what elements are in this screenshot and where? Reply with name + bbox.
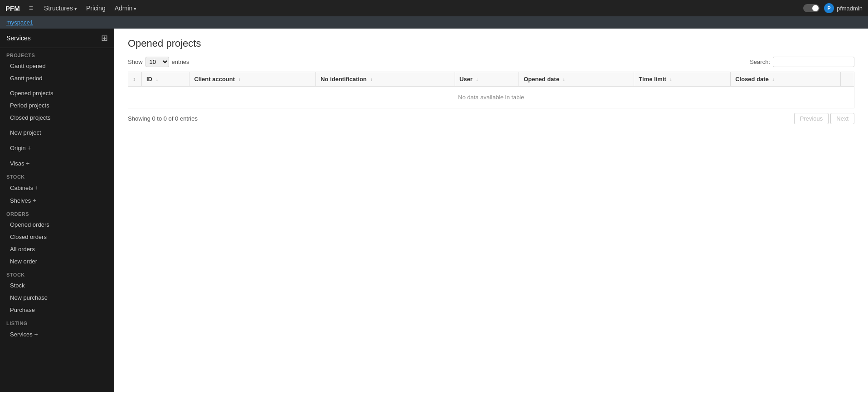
- entries-select[interactable]: 10 25 50 100: [145, 57, 169, 67]
- col-extra: [841, 72, 854, 87]
- sidebar-item-closed-projects[interactable]: Closed projects: [0, 112, 114, 124]
- app-brand: PFM: [5, 5, 20, 12]
- pagination: Previous Next: [794, 113, 854, 124]
- sidebar-section-stock-2: STOCK: [0, 268, 114, 279]
- sort-user-icon: ↕: [476, 77, 478, 82]
- entries-label: entries: [172, 58, 189, 65]
- breadcrumb-workspace[interactable]: myspace1: [6, 19, 33, 26]
- col-closed-date[interactable]: Closed date ↕: [731, 72, 841, 87]
- sidebar-item-closed-orders[interactable]: Closed orders: [0, 231, 114, 243]
- top-navbar: PFM ≡ Structures Pricing Admin P pfmadmi…: [0, 0, 868, 16]
- main-content: Opened projects Show 10 25 50 100 entrie…: [114, 29, 868, 392]
- next-button[interactable]: Next: [830, 113, 854, 124]
- sidebar-item-origin[interactable]: Origin +: [0, 141, 114, 154]
- search-label: Search:: [750, 58, 770, 65]
- sidebar-item-new-purchase[interactable]: New purchase: [0, 292, 114, 304]
- search-box: Search:: [750, 57, 854, 67]
- table-body: No data available in table: [128, 87, 854, 108]
- sidebar-item-services[interactable]: Services +: [0, 328, 114, 340]
- data-table: ↕ ID ↕ Client account ↕ No identificatio…: [128, 72, 854, 108]
- sidebar-item-all-orders[interactable]: All orders: [0, 243, 114, 255]
- sidebar-header-label: Services: [6, 34, 31, 42]
- sidebar-header-icon: ⊞: [101, 33, 108, 43]
- sort-noid-icon: ↕: [370, 77, 373, 82]
- sidebar-item-shelves[interactable]: Shelves +: [0, 194, 114, 207]
- nav-pricing[interactable]: Pricing: [82, 3, 109, 14]
- sidebar-item-opened-orders[interactable]: Opened orders: [0, 219, 114, 231]
- col-client-account[interactable]: Client account ↕: [189, 72, 316, 87]
- sort-closed-icon: ↕: [772, 77, 775, 82]
- col-collapse[interactable]: ↕: [128, 72, 142, 87]
- col-user[interactable]: User ↕: [455, 72, 519, 87]
- breadcrumb-bar: myspace1: [0, 16, 868, 29]
- show-label: Show: [128, 58, 143, 65]
- sort-timelimit-icon: ↕: [669, 77, 672, 82]
- previous-button[interactable]: Previous: [794, 113, 829, 124]
- sort-client-icon: ↕: [238, 77, 241, 82]
- col-opened-date[interactable]: Opened date ↕: [519, 72, 634, 87]
- sort-opened-icon: ↕: [563, 77, 565, 82]
- table-controls-top: Show 10 25 50 100 entries Search:: [128, 57, 854, 67]
- showing-text: Showing 0 to 0 of 0 entries: [128, 115, 198, 122]
- nav-toggle-icon[interactable]: ≡: [29, 4, 33, 12]
- col-no-identification[interactable]: No identification ↕: [316, 72, 455, 87]
- user-name: pfmadmin: [837, 5, 863, 12]
- sidebar-item-stock[interactable]: Stock: [0, 279, 114, 292]
- nav-admin[interactable]: Admin: [111, 3, 141, 14]
- collapse-icon: ↕: [133, 76, 136, 83]
- sidebar-header: Services ⊞: [0, 29, 114, 48]
- sidebar-section-stock-1: STOCK: [0, 170, 114, 181]
- sidebar-item-gantt-period[interactable]: Gantt period: [0, 72, 114, 84]
- no-data-message: No data available in table: [128, 87, 854, 108]
- sort-id-icon: ↕: [156, 77, 158, 82]
- theme-toggle[interactable]: [803, 4, 820, 12]
- table-header-row: ↕ ID ↕ Client account ↕ No identificatio…: [128, 72, 854, 87]
- sidebar-item-purchase[interactable]: Purchase: [0, 304, 114, 316]
- sidebar-item-new-order[interactable]: New order: [0, 255, 114, 268]
- sidebar-item-visas[interactable]: Visas +: [0, 157, 114, 170]
- user-badge[interactable]: P pfmadmin: [824, 3, 863, 13]
- table-footer: Showing 0 to 0 of 0 entries Previous Nex…: [128, 113, 854, 124]
- nav-links: Structures Pricing Admin: [40, 3, 140, 14]
- col-time-limit[interactable]: Time limit ↕: [634, 72, 731, 87]
- main-layout: Services ⊞ PROJECTS Gantt opened Gantt p…: [0, 29, 868, 392]
- nav-structures[interactable]: Structures: [40, 3, 81, 14]
- sidebar: Services ⊞ PROJECTS Gantt opened Gantt p…: [0, 29, 114, 392]
- sidebar-item-cabinets[interactable]: Cabinets +: [0, 181, 114, 194]
- search-input[interactable]: [773, 57, 854, 67]
- navbar-right: P pfmadmin: [803, 3, 863, 13]
- user-avatar: P: [824, 3, 834, 13]
- table-head: ↕ ID ↕ Client account ↕ No identificatio…: [128, 72, 854, 87]
- sidebar-item-new-project[interactable]: New project: [0, 126, 114, 139]
- page-footer: Documentation About Privacy: [0, 392, 868, 394]
- sidebar-section-orders: ORDERS: [0, 207, 114, 219]
- sidebar-item-opened-projects[interactable]: Opened projects: [0, 87, 114, 99]
- sidebar-section-listing: LISTING: [0, 316, 114, 328]
- sidebar-section-projects: PROJECTS: [0, 48, 114, 60]
- sidebar-item-gantt-opened[interactable]: Gantt opened: [0, 60, 114, 72]
- sidebar-item-period-projects[interactable]: Period projects: [0, 99, 114, 112]
- page-title: Opened projects: [128, 38, 854, 49]
- show-entries: Show 10 25 50 100 entries: [128, 57, 189, 67]
- no-data-row: No data available in table: [128, 87, 854, 108]
- col-id[interactable]: ID ↕: [142, 72, 189, 87]
